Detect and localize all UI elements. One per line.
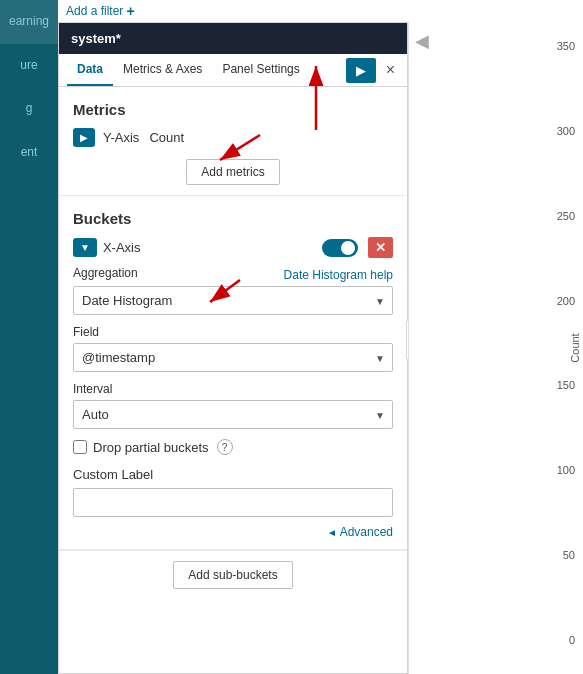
y-label-350: 350	[557, 40, 575, 52]
add-metrics-button[interactable]: Add metrics	[186, 159, 279, 185]
metrics-section: Metrics ▶ Y-Axis Count Add metrics	[59, 87, 407, 196]
add-filter-bar: Add a filter +	[58, 0, 583, 22]
sidebar-item-earning[interactable]: earning	[0, 0, 58, 44]
tab-metrics-axes[interactable]: Metrics & Axes	[113, 54, 212, 86]
panel-body: Metrics ▶ Y-Axis Count Add metrics Bucke…	[59, 87, 407, 673]
field-label: Field	[73, 325, 393, 339]
field-select-wrapper: @timestamp _id _index ▼	[73, 343, 393, 372]
chart-back-arrow-icon[interactable]: ◀	[415, 30, 429, 52]
y-label-50: 50	[563, 549, 575, 561]
drop-partial-help-icon[interactable]: ?	[217, 439, 233, 455]
aggregation-row-header: Aggregation Date Histogram help	[73, 266, 393, 284]
panel-tabs: Data Metrics & Axes Panel Settings ▶ ×	[59, 54, 407, 87]
run-icon: ▶	[356, 63, 366, 78]
aggregation-select[interactable]: Date Histogram Date Range Histogram Rang…	[73, 286, 393, 315]
sidebar-item-ent[interactable]: ent	[0, 131, 58, 175]
sidebar: earning ure g ent	[0, 0, 58, 674]
add-filter-text: Add a filter	[66, 4, 123, 18]
x-axis-toggle[interactable]	[322, 239, 358, 257]
custom-label-input[interactable]	[73, 488, 393, 517]
x-axis-expand-button[interactable]: ▼	[73, 238, 97, 257]
y-label-150: 150	[557, 379, 575, 391]
interval-label: Interval	[73, 382, 393, 396]
add-sub-buckets-label: Add sub-buckets	[188, 568, 277, 582]
buckets-title: Buckets	[73, 210, 393, 227]
sidebar-item-ure[interactable]: ure	[0, 44, 58, 88]
drop-partial-row: Drop partial buckets ?	[73, 439, 393, 455]
y-axis-type: Count	[149, 130, 184, 145]
x-axis-delete-button[interactable]: ✕	[368, 237, 393, 258]
aggregation-select-wrapper: Date Histogram Date Range Histogram Rang…	[73, 286, 393, 315]
sidebar-item-ure-label: ure	[20, 58, 37, 72]
chart-y-axis-title: Count	[569, 333, 581, 362]
close-icon: ×	[386, 61, 395, 78]
drop-partial-checkbox[interactable]	[73, 440, 87, 454]
sidebar-item-g-label: g	[26, 101, 33, 115]
add-sub-buckets-button[interactable]: Add sub-buckets	[173, 561, 292, 589]
advanced-link[interactable]: Advanced	[327, 525, 393, 539]
y-label-300: 300	[557, 125, 575, 137]
run-button[interactable]: ▶	[346, 58, 376, 83]
y-axis-expand-button[interactable]: ▶	[73, 128, 95, 147]
add-filter-link[interactable]: Add a filter +	[66, 3, 135, 19]
y-label-0: 0	[569, 634, 575, 646]
add-filter-plus-icon: +	[126, 3, 134, 19]
aggregation-help-link[interactable]: Date Histogram help	[284, 268, 393, 282]
add-metrics-label: Add metrics	[201, 165, 264, 179]
sidebar-item-ent-label: ent	[21, 145, 38, 159]
tab-metrics-axes-label: Metrics & Axes	[123, 62, 202, 76]
panel-titlebar: system*	[59, 23, 407, 54]
x-axis-label: X-Axis	[103, 240, 141, 255]
sidebar-item-earning-label: earning	[9, 14, 49, 28]
aggregation-label: Aggregation	[73, 266, 138, 280]
interval-select[interactable]: Auto Millisecond Second Minute Hourly Da…	[73, 400, 393, 429]
metrics-title: Metrics	[73, 101, 393, 118]
panel: system* Data Metrics & Axes Panel Settin…	[58, 22, 408, 674]
advanced-link-row: Advanced	[73, 525, 393, 539]
tab-data[interactable]: Data	[67, 54, 113, 86]
custom-label-title: Custom Label	[73, 467, 393, 482]
close-button[interactable]: ×	[382, 57, 399, 83]
y-axis-label: Y-Axis	[103, 130, 139, 145]
sidebar-item-g[interactable]: g	[0, 87, 58, 131]
buckets-section: Buckets ▼ X-Axis ✕ Aggregation Date Hist…	[59, 196, 407, 550]
drop-partial-label: Drop partial buckets	[93, 440, 209, 455]
x-axis-row: ▼ X-Axis ✕	[73, 237, 393, 258]
interval-select-wrapper: Auto Millisecond Second Minute Hourly Da…	[73, 400, 393, 429]
y-label-200: 200	[557, 295, 575, 307]
tab-panel-settings[interactable]: Panel Settings	[212, 54, 309, 86]
y-label-250: 250	[557, 210, 575, 222]
bottom-actions: Add sub-buckets	[59, 550, 407, 599]
panel-title: system*	[71, 31, 121, 46]
y-axis-item: ▶ Y-Axis Count	[73, 128, 393, 147]
chart-area: ◀ 350 300 250 200 150 100 50 0 Count	[408, 22, 583, 674]
tab-panel-settings-label: Panel Settings	[222, 62, 299, 76]
field-select[interactable]: @timestamp _id _index	[73, 343, 393, 372]
tab-data-label: Data	[77, 62, 103, 76]
y-label-100: 100	[557, 464, 575, 476]
